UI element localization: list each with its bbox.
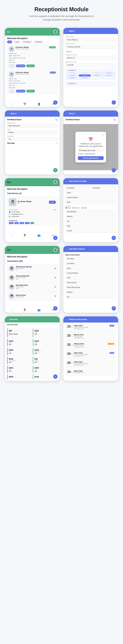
- nav-calendar-icon[interactable]: 📅: [23, 103, 26, 106]
- time-slot[interactable]: 12:00 PM: [91, 74, 103, 76]
- view-btn-1[interactable]: View: [9, 64, 15, 67]
- nav-home-icon[interactable]: ⌂: [10, 103, 12, 106]
- encounter-card-4[interactable]: 20 th Valley Clinic Doctor Ready, asdPMP…: [66, 351, 116, 359]
- save-doctor-fab[interactable]: +: [112, 236, 116, 240]
- address-patient-input[interactable]: Address: [66, 290, 116, 294]
- tab-all[interactable]: All: [7, 40, 12, 44]
- status-input[interactable]: Booked: [7, 131, 58, 134]
- service-card-11[interactable]: $450: [7, 374, 32, 379]
- time-slot[interactable]: 11:00 AM: [103, 72, 115, 74]
- nav-patients-5-icon[interactable]: 👥: [38, 234, 40, 237]
- blood-group-select[interactable]: Select Blood Group: [66, 286, 116, 289]
- encounter-card-5[interactable]: 20 th Valley Clinic Doctor Ready, asdPMP…: [66, 360, 116, 368]
- add-appointment-fab[interactable]: +: [53, 100, 58, 105]
- last-name-input[interactable]: Last Name: [91, 186, 116, 190]
- gender-patient-select[interactable]: Select Gender: [66, 281, 116, 284]
- appointment-time-input[interactable]: 11:40 AM: [66, 63, 116, 67]
- contact-patient-input[interactable]: Contact Number: [66, 271, 116, 275]
- save-patient-fab[interactable]: +: [112, 306, 116, 310]
- dob-patient-input[interactable]: DOB: [66, 276, 116, 280]
- service-card-4[interactable]: $100 Filtra null: [33, 338, 58, 346]
- tab-latest[interactable]: Latest: [13, 40, 20, 44]
- add-patient-fab[interactable]: +: [53, 306, 58, 310]
- dob-input-doc[interactable]: DOB: [66, 200, 116, 204]
- time-slot[interactable]: 11:20 AM: [67, 74, 78, 76]
- service-card-9[interactable]: $425 Null null: [7, 365, 32, 373]
- service-card-10[interactable]: $290 Null null: [33, 365, 58, 373]
- patient-card-2[interactable]: 👩 Honorata Marshall Paratur Inciduntn/a: [7, 273, 58, 282]
- service-card-2[interactable]: $200 Yoga null: [33, 328, 58, 338]
- service-card-5[interactable]: $280 Null null: [7, 348, 32, 356]
- view-btn-2[interactable]: View: [9, 90, 15, 92]
- patient-card-4[interactable]: 👦 Ayush Kumar 6200299006: [7, 292, 58, 300]
- next-step-fab[interactable]: →: [112, 100, 116, 105]
- first-name-patient-input[interactable]: First Name: [66, 257, 116, 260]
- tab-cancelled[interactable]: Cancelled: [33, 40, 44, 44]
- back-arrow-icon[interactable]: ←: [66, 30, 68, 32]
- state-input-doc[interactable]: State: [66, 224, 116, 228]
- modal-close-btn[interactable]: ✕: [78, 134, 104, 136]
- add-report-icon[interactable]: 📎: [55, 118, 58, 121]
- time-slot[interactable]: 12:20 PM: [103, 74, 115, 76]
- service-card-3[interactable]: $150 Null null: [7, 338, 32, 346]
- encounter-card-1[interactable]: 23 rd Valley Clinic Doctor Ready, asdPMP…: [66, 324, 116, 332]
- tab-completed[interactable]: Completed: [22, 40, 32, 44]
- select-doctor-input[interactable]: Doctor Ready (): [66, 38, 116, 42]
- gender-other[interactable]: Other: [81, 207, 87, 209]
- time-slot[interactable]: 12:40 PM: [67, 77, 78, 79]
- confirm-step2-fab[interactable]: ✓: [53, 168, 58, 172]
- service-card-8[interactable]: $20 Seating null: [33, 356, 58, 364]
- confirm-appointment-btn[interactable]: Confirm Appointment: [78, 156, 104, 160]
- encounter-btn-2[interactable]: Encounter: [16, 90, 25, 92]
- nav-patients-7-icon[interactable]: 👥: [38, 308, 40, 312]
- checkin-btn-1[interactable]: Check-In: [26, 64, 35, 67]
- specialization-input[interactable]: Specialization: [66, 210, 116, 214]
- nav-person-icon[interactable]: 👤: [38, 103, 40, 106]
- gender-female[interactable]: Female: [72, 207, 79, 209]
- select-service-input[interactable]: 1 Services selected: [66, 45, 116, 49]
- back-arrow-enc-icon[interactable]: ←: [66, 318, 68, 321]
- first-name-input[interactable]: First Name: [66, 186, 90, 190]
- back-arrow-patient-icon[interactable]: ←: [66, 248, 68, 250]
- city-input-doc[interactable]: City: [66, 220, 116, 223]
- back-arrow-3-icon[interactable]: ←: [66, 112, 68, 115]
- email-patient-input[interactable]: Email: [66, 266, 116, 270]
- step3-fab[interactable]: →: [112, 168, 116, 172]
- encounter-card-6[interactable]: 18 th Valley Clinic Description: N/A: [66, 369, 116, 376]
- encounter-btn-1[interactable]: Encounter: [16, 64, 25, 67]
- service-card-1[interactable]: $50 Test Doctor Ready null: [7, 328, 32, 338]
- nav-doctors-5-icon[interactable]: 👨‍⚕️: [23, 234, 26, 237]
- encounter-card-2[interactable]: 23 rd Miracle Clinic Doctor Ready Descri…: [66, 332, 116, 341]
- time-slot-selected[interactable]: 11:40 AM: [79, 74, 90, 76]
- gender-male[interactable]: Male: [66, 207, 71, 209]
- patient-card-1[interactable]: 👩 All-American Quiroga 00233434355 n/a: [7, 264, 58, 273]
- add-service-fab[interactable]: +: [53, 374, 58, 379]
- add-vital-icon[interactable]: +: [56, 142, 58, 144]
- book-doctor-btn[interactable]: Book: [49, 201, 56, 204]
- add-report-icon-3[interactable]: 📎: [113, 118, 116, 121]
- service-card-7[interactable]: $100 Consultation null: [7, 356, 32, 364]
- description-input[interactable]: Yes: [7, 137, 58, 141]
- back-arrow-2-icon[interactable]: ←: [7, 112, 9, 115]
- address-input-doc[interactable]: Address: [66, 215, 116, 218]
- back-arrow-doc-icon[interactable]: ←: [66, 180, 68, 182]
- edit-icon[interactable]: ✏ 🗑: [53, 209, 56, 210]
- time-slot[interactable]: 10:20 AM: [79, 72, 90, 74]
- add-doctor-fab[interactable]: +: [53, 236, 58, 240]
- time-slot[interactable]: 10:40 AM: [91, 72, 103, 74]
- patient-card-3[interactable]: 👦 Nasir Bail-bonds 1233434395 Male: [7, 282, 58, 291]
- service-card-6[interactable]: $100 An-patienter null: [33, 348, 58, 356]
- time-slot[interactable]: 01:00 PM: [79, 77, 90, 79]
- city-patient-input[interactable]: City: [66, 295, 116, 299]
- email-input-doc[interactable]: Email: [66, 191, 116, 194]
- encounter-card-3[interactable]: 22 nd Miracle Clinic Doctor Ready, Descr…: [66, 342, 116, 350]
- contact-input-doc[interactable]: Contact Number: [66, 196, 116, 199]
- time-slot[interactable]: 10:00 AM: [67, 72, 78, 74]
- patient-name-input[interactable]: Nasir Bail-bonds: [7, 124, 58, 128]
- nav-home-5-icon[interactable]: ⌂: [10, 234, 12, 237]
- service-tag-test[interactable]: Test ✕: [66, 51, 72, 53]
- checkin-btn-2[interactable]: Check-In: [26, 90, 35, 92]
- nav-home-7-icon[interactable]: ⌂: [10, 308, 12, 312]
- appointment-date-input[interactable]: 2023-01-23: [66, 56, 116, 60]
- last-name-patient-input[interactable]: Last Name: [66, 262, 116, 265]
